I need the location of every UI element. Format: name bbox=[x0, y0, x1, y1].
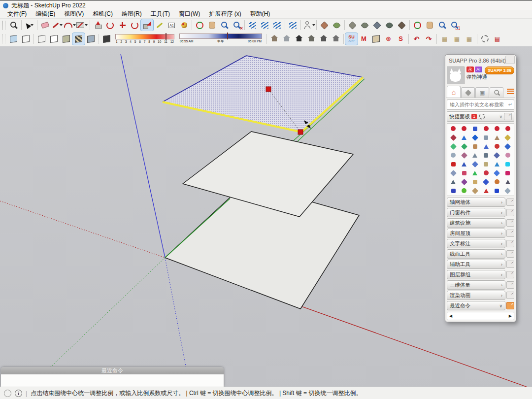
scroll-left-icon[interactable]: ◀ bbox=[449, 314, 452, 318]
category-external-link-icon[interactable] bbox=[506, 271, 514, 278]
category-external-link-icon[interactable] bbox=[506, 199, 514, 206]
plugin-icon-37[interactable] bbox=[448, 178, 459, 186]
plugin-icon-8[interactable] bbox=[459, 133, 469, 141]
monochrome-style-button[interactable] bbox=[85, 33, 97, 45]
plugin-search-input[interactable] bbox=[449, 101, 508, 108]
plugin-icon-27[interactable] bbox=[469, 160, 480, 168]
back-edges-style-button[interactable] bbox=[20, 33, 32, 45]
smoove-tool[interactable] bbox=[346, 19, 359, 31]
menu-edit[interactable]: 编辑(E) bbox=[31, 10, 60, 18]
toolbar-grip[interactable] bbox=[2, 34, 6, 43]
view-left-button[interactable] bbox=[330, 33, 342, 45]
menu-camera[interactable]: 相机(C) bbox=[88, 10, 117, 18]
plugin-icon-47[interactable] bbox=[492, 187, 502, 195]
follow-me-tool[interactable] bbox=[104, 19, 116, 31]
plugin-icon-38[interactable] bbox=[459, 178, 469, 186]
flower-plugin-button[interactable]: ⊛ bbox=[382, 33, 395, 45]
category-button-5[interactable]: 文字标注 › bbox=[447, 239, 505, 248]
plugin-icon-19[interactable] bbox=[448, 151, 459, 159]
recent-commands-toolbar[interactable]: 最近命令 bbox=[1, 367, 224, 387]
plugin-icon-20[interactable] bbox=[459, 151, 469, 159]
select-tool[interactable] bbox=[23, 19, 35, 31]
stamp-tool[interactable] bbox=[359, 19, 371, 31]
plugin-icon-1[interactable] bbox=[448, 125, 459, 133]
plugin-icon-26[interactable] bbox=[459, 160, 469, 168]
category-button-4[interactable]: 房间屋顶 › bbox=[447, 229, 505, 238]
view-front-button[interactable] bbox=[305, 33, 317, 45]
suapp-version-button[interactable]: SUAPP 3.86 bbox=[485, 66, 514, 74]
dropdown-arrow-icon[interactable] bbox=[60, 24, 63, 26]
quick-panel-header[interactable]: 快捷面板 1 ∨ bbox=[447, 111, 514, 122]
category-button-10[interactable]: 渲染动画 › bbox=[447, 291, 505, 300]
suapp-panel-titlebar[interactable]: SUAPP Pro 3.86 (64bit) bbox=[446, 56, 515, 66]
plugin-icon-4[interactable] bbox=[480, 125, 491, 133]
gear-icon[interactable] bbox=[479, 114, 485, 120]
hidden-line-style-button[interactable] bbox=[48, 33, 60, 45]
plugin-icon-17[interactable] bbox=[492, 142, 502, 150]
menu-draw[interactable]: 绘图(R) bbox=[117, 10, 146, 18]
paint-bucket-tool[interactable] bbox=[178, 19, 190, 31]
top-plane-selected[interactable] bbox=[163, 56, 363, 132]
gear-plugin-button[interactable] bbox=[479, 33, 491, 45]
curve-plugin-button-1[interactable]: ↶ bbox=[410, 33, 423, 45]
category-button-8[interactable]: 图层群组 › bbox=[447, 270, 505, 279]
plugin-icon-12[interactable] bbox=[502, 133, 513, 141]
shadow-time-slider[interactable]: 06:55 AM中午05:00 PM bbox=[179, 33, 262, 44]
plugin-icon-46[interactable] bbox=[480, 187, 491, 195]
category-button-1[interactable]: 轴网墙体 › bbox=[447, 198, 505, 207]
curve-plugin-button-2[interactable]: ↷ bbox=[423, 33, 435, 45]
plugin-icon-18[interactable] bbox=[502, 142, 513, 150]
plugin-icon-5[interactable] bbox=[492, 125, 502, 133]
shadows-toggle-button[interactable] bbox=[100, 33, 113, 45]
view-top-button[interactable] bbox=[293, 33, 305, 45]
category-external-link-icon[interactable] bbox=[506, 250, 514, 258]
orbit-tool[interactable] bbox=[194, 19, 206, 31]
tab-library[interactable]: ▣ bbox=[475, 87, 489, 98]
category-button-6[interactable]: 线面工具 › bbox=[447, 249, 505, 259]
suapp-m-plugin-button[interactable]: M bbox=[358, 33, 370, 45]
plugin-icon-42[interactable] bbox=[502, 178, 513, 186]
scale-tool[interactable] bbox=[141, 19, 153, 31]
toolbar-grip[interactable] bbox=[2, 21, 6, 30]
section-plane-tool[interactable] bbox=[246, 19, 259, 31]
zoom-camera-tool[interactable] bbox=[218, 19, 231, 31]
category-external-link-icon[interactable] bbox=[506, 261, 514, 268]
sandbox-from-contours-tool[interactable] bbox=[318, 19, 331, 31]
plugin-icon-25[interactable] bbox=[448, 160, 459, 168]
plugin-icon-22[interactable] bbox=[480, 151, 491, 159]
tape-measure-tool[interactable] bbox=[153, 19, 166, 31]
plugin-icon-23[interactable] bbox=[492, 151, 502, 159]
dropdown-arrow-icon[interactable] bbox=[312, 24, 315, 26]
plugin-icon-48[interactable] bbox=[502, 187, 513, 195]
plugin-icon-32[interactable] bbox=[459, 169, 469, 177]
plugin-icon-6[interactable] bbox=[502, 125, 513, 133]
dropdown-arrow-icon[interactable] bbox=[85, 24, 88, 26]
middle-plane[interactable] bbox=[183, 132, 353, 217]
plugin-icon-41[interactable] bbox=[492, 178, 502, 186]
rectangle-tool[interactable] bbox=[76, 19, 88, 31]
drape-tool[interactable] bbox=[371, 19, 383, 31]
arc-tool[interactable] bbox=[64, 19, 76, 31]
add-detail-tool[interactable] bbox=[383, 19, 396, 31]
plan-plugin-button-3[interactable]: ▦ bbox=[463, 33, 475, 45]
plugin-icon-9[interactable] bbox=[469, 133, 480, 141]
category-button-3[interactable]: 建筑设施 › bbox=[447, 218, 505, 228]
plugin-icon-3[interactable] bbox=[469, 125, 480, 133]
category-button-11[interactable]: 最近命令 ∨ bbox=[447, 301, 505, 310]
tab-search[interactable] bbox=[490, 87, 503, 98]
zoom-tool-2[interactable] bbox=[436, 19, 448, 31]
menu-view[interactable]: 视图(V) bbox=[60, 10, 88, 18]
wireframe-style-button[interactable] bbox=[35, 33, 48, 45]
plan-plugin-button-1[interactable]: ▦ bbox=[438, 33, 451, 45]
category-button-2[interactable]: 门窗构件 › bbox=[447, 208, 505, 217]
date-slider-handle[interactable] bbox=[166, 33, 166, 40]
sandbox-from-scratch-tool[interactable] bbox=[331, 19, 343, 31]
credits-icon[interactable]: i bbox=[15, 390, 22, 397]
shadow-date-slider[interactable]: 123456789101112 bbox=[115, 34, 174, 43]
plugin-icon-29[interactable] bbox=[492, 160, 502, 168]
plan-plugin-button-2[interactable]: ▦ bbox=[451, 33, 463, 45]
push-pull-tool[interactable] bbox=[92, 19, 104, 31]
menu-tools[interactable]: 工具(T) bbox=[146, 10, 174, 18]
plugin-icon-33[interactable] bbox=[469, 169, 480, 177]
zoom-select-tool[interactable] bbox=[7, 19, 20, 31]
